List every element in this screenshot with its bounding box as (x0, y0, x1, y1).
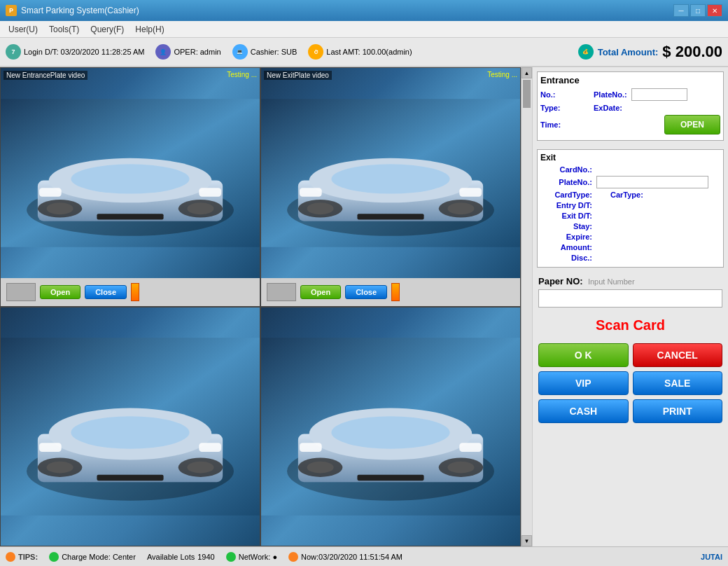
exit-cardtype-label: CardType: (540, 191, 596, 199)
scan-card-text: Scan Card (596, 317, 665, 333)
total-icon: 💰 (578, 44, 594, 60)
scroll-down-button[interactable]: ▼ (522, 535, 532, 546)
menu-query[interactable]: Query(F) (85, 23, 130, 36)
camera-cell-3 (0, 307, 260, 546)
exit-cardno-row: CardNo.: (540, 165, 720, 174)
bar-indicator-1 (131, 283, 139, 301)
svg-point-31 (47, 462, 74, 474)
statusbar: TIPS: Charge Mode: Center Available Lots… (0, 546, 728, 566)
car-image-1 (1, 68, 260, 278)
oper-icon: 👤 (155, 44, 171, 60)
car-image-2 (261, 68, 520, 278)
close-button-2[interactable]: Close (345, 285, 387, 299)
svg-rect-10 (199, 188, 221, 197)
exit-plateno-input[interactable] (596, 176, 708, 188)
total-value: $ 200.00 (662, 43, 722, 61)
svg-point-43 (307, 462, 334, 474)
exit-entry-row: Entry D/T: (540, 201, 720, 209)
svg-rect-11 (97, 214, 163, 219)
paper-input[interactable] (538, 289, 722, 308)
exit-disc-label: Disc.: (540, 254, 596, 262)
cashier-icon: 💻 (232, 44, 248, 60)
camera-testing-2: Testing ... (487, 71, 517, 78)
total-label: Total Amount: (598, 47, 659, 57)
scan-card-section: Scan Card (533, 312, 728, 339)
action-buttons: O K CANCEL VIP SALE CASH PRINT (533, 339, 728, 427)
exit-cardtype-row: CardType: CarType: (540, 191, 720, 199)
maximize-button[interactable]: □ (690, 4, 706, 17)
tips-label: TIPS: (18, 553, 38, 561)
entrance-type-row: Type: ExDate: (540, 104, 720, 112)
cash-button[interactable]: CASH (538, 399, 629, 423)
minimize-button[interactable]: ─ (673, 4, 689, 17)
cashier-text: Cashier: SUB (251, 48, 298, 56)
camera-cell-2: New ExitPlate video Testing ... (260, 67, 521, 307)
exit-expire-row: Expire: (540, 233, 720, 241)
entrance-plateno-input[interactable] (631, 88, 687, 101)
network-icon (226, 552, 236, 562)
print-button[interactable]: PRINT (633, 399, 723, 423)
scroll-up-button[interactable]: ▲ (522, 67, 532, 78)
open-button-1[interactable]: Open (40, 285, 80, 299)
time-icon (288, 552, 298, 562)
entrance-no-row: No.: PlateNo.: (540, 88, 720, 101)
titlebar: P Smart Parking System(Cashier) ─ □ ✕ (0, 0, 728, 21)
menu-user[interactable]: User(U) (3, 23, 43, 36)
sale-button[interactable]: SALE (633, 371, 723, 395)
svg-rect-45 (300, 443, 322, 452)
entrance-section: Entrance No.: PlateNo.: Type: ExDate: Ti… (537, 71, 724, 141)
svg-point-28 (71, 416, 189, 449)
exit-cardno-label: CardNo.: (540, 165, 596, 174)
exit-cartype-label: CarType: (610, 191, 643, 199)
lots-value: 1940 (197, 553, 214, 561)
charge-icon (49, 552, 59, 562)
menu-tools[interactable]: Tools(T) (43, 23, 85, 36)
camera-scrollbar[interactable]: ▲ ▼ (521, 67, 532, 546)
svg-rect-46 (459, 443, 482, 452)
svg-rect-35 (97, 475, 163, 481)
camera-cell-4 (260, 307, 521, 546)
entrance-title: Entrance (540, 75, 720, 85)
menubar: User(U) Tools(T) Query(F) Help(H) (0, 21, 728, 38)
car-image-3 (1, 308, 260, 546)
time-item: Now:03/20/2020 11:51:54 AM (288, 552, 402, 562)
camera-wrap: New EntrancePlate video Testing ... (0, 67, 532, 546)
main-area: New EntrancePlate video Testing ... (0, 67, 728, 546)
time-text: Now:03/20/2020 11:51:54 AM (301, 553, 402, 561)
exit-expire-label: Expire: (540, 233, 596, 241)
svg-rect-22 (459, 188, 482, 197)
network-item: NetWork: ● (226, 552, 277, 562)
car-image-4 (261, 308, 520, 546)
svg-rect-34 (199, 443, 221, 452)
vip-button[interactable]: VIP (538, 371, 629, 395)
camera-controls-1: Open Close (1, 278, 260, 306)
paper-hint: Input Number (588, 277, 635, 286)
logo: JUTAI (701, 553, 722, 561)
scroll-thumb[interactable] (523, 80, 531, 108)
camera-grid: New EntrancePlate video Testing ... (0, 67, 521, 546)
exit-title: Exit (540, 153, 720, 163)
exit-plateno-label: PlateNo.: (540, 178, 596, 186)
charge-text: Charge Mode: Center (62, 553, 136, 561)
svg-point-16 (331, 164, 449, 193)
close-button-1[interactable]: Close (85, 285, 127, 299)
lots-item: Available Lots 1940 (147, 553, 215, 561)
svg-rect-21 (300, 188, 322, 197)
menu-help[interactable]: Help(H) (130, 23, 169, 36)
exit-plateno-row: PlateNo.: (540, 176, 720, 188)
camera-controls-2: Open Close (261, 278, 520, 306)
ok-button[interactable]: O K (538, 343, 629, 367)
app-icon: P (6, 5, 17, 16)
svg-point-20 (447, 202, 474, 214)
svg-rect-33 (39, 443, 62, 452)
svg-point-7 (47, 202, 74, 214)
entrance-open-button[interactable]: OPEN (664, 115, 720, 134)
login-icon: 7 (6, 44, 21, 60)
entrance-exdate-label: ExDate: (594, 104, 622, 112)
svg-rect-47 (357, 475, 424, 481)
camera-testing-1: Testing ... (227, 71, 257, 78)
open-button-2[interactable]: Open (300, 285, 341, 299)
close-button[interactable]: ✕ (707, 4, 722, 17)
cancel-button[interactable]: CANCEL (633, 343, 723, 367)
exit-entry-label: Entry D/T: (540, 201, 596, 209)
